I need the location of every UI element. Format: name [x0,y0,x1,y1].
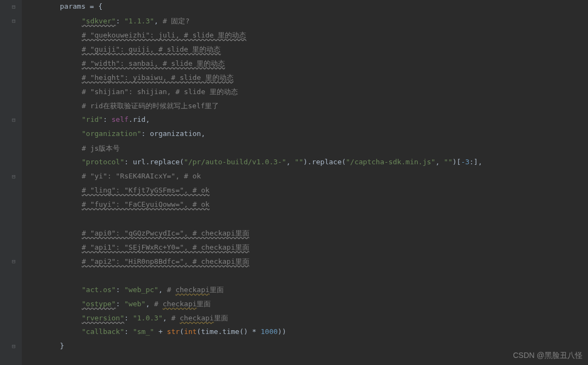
fold-icon[interactable]: ⊟ [12,258,16,265]
text: .rid, [128,115,150,123]
code-line: # js版本号 [22,144,588,158]
code-editor[interactable]: params = { "sdkver": "1.1.3", # 固定? # "q… [22,0,588,356]
text: 里面 [214,314,228,322]
text: "act.os" [82,286,116,294]
text: "callback" [82,327,124,336]
text: "/captcha-sdk.min.js" [346,158,435,166]
text: , [158,286,167,294]
text: , [286,158,295,166]
text: # "shijian": shijian, # slide 里的动态 [82,88,238,96]
text: checkapi [163,300,197,308]
text: # "guiji": guiji, # slide 里的动态 [82,45,221,53]
text: : [124,158,133,166]
code-line: # "guiji": guiji, # slide 里的动态 [22,45,588,59]
text: "organization" [82,129,142,138]
text: : [116,17,125,25]
text: "ostype" [82,300,116,308]
text: self [112,115,128,123]
code-line: # "height": yibaiwu, # slide 里的动态 [22,73,588,87]
code-line: # "width": sanbai, # slide 里的动态 [22,59,588,73]
text: "web_pc" [124,286,158,294]
text: params [60,2,90,10]
text: checkapi [180,314,214,322]
text: # 固定? [163,17,189,25]
code-line: # "ling": "Kfjt7yGSFms=", # ok [22,186,588,200]
fold-icon[interactable]: ⊟ [12,173,16,180]
code-line: "ostype": "web", # checkapi里面 [22,299,588,313]
text: )[ [452,158,461,166]
text: "1.1.3" [124,17,154,25]
code-line: "protocol": url.replace("/pr/auto-build/… [22,158,588,172]
text: 里面 [197,300,211,308]
code-line: "callback": "sm_" + str(int(time.time() … [22,327,588,342]
text: :], [469,158,482,166]
code-line: # "api1": "SEjFWxRc+Y0=", # checkapi里面 [22,243,588,257]
code-line [22,271,588,285]
text: : [116,286,125,294]
text: (time.time() * [197,327,260,336]
fold-icon[interactable]: ⊟ [12,116,16,123]
text: 1000 [261,327,278,336]
text: "rid" [82,115,103,123]
text: "/pr/auto-build/v1.0.3-" [184,158,286,166]
text: str [167,327,180,336]
code-line: # "api2": "HiR0np8Bdfс=", # checkapi里面 [22,257,588,271]
text: : [124,314,133,322]
text: url.replace( [133,158,184,166]
code-line: params = { [22,2,588,16]
text: , [145,300,154,308]
text: int [184,327,197,336]
text: 里面 [210,286,224,294]
text: # "width": sanbai, # slide 里的动态 [82,59,225,67]
text: + [154,327,167,336]
text: = { [90,2,102,10]
code-line: "sdkver": "1.1.3", # 固定? [22,16,588,30]
text: # "height": yibaiwu, # slide 里的动态 [82,73,234,82]
text: , [154,17,163,25]
code-line: "rid": self.rid, [22,115,588,129]
code-line: "organization": organization, [22,129,588,144]
text: # "api1": "SEjFWxRc+Y0=", # checkapi里面 [82,243,249,251]
code-line: } [22,342,588,356]
gutter: ⊟ ⊟ ⊟ ⊟ ⊟ ⊟ [0,0,22,365]
text: # rid在获取验证码的时候就写上self里了 [82,102,219,110]
fold-icon[interactable]: ⊟ [12,17,16,24]
code-line: # "api0": "qGQzPwcydIc=", # checkapi里面 [22,228,588,243]
code-line: # "quekouweizhi": juli, # slide 里的动态 [22,30,588,45]
text: "rversion" [82,314,124,322]
code-line: # rid在获取验证码的时候就写上self里了 [22,101,588,115]
fold-icon[interactable]: ⊟ [12,3,16,10]
text: # [167,286,176,294]
text: "sdkver" [82,17,116,25]
text: "protocol" [82,158,124,166]
text: "" [444,158,452,166]
text: : [103,115,112,123]
text: -3 [461,158,470,166]
text: "sm_" [133,327,154,336]
text: # [154,300,163,308]
text: : [116,300,125,308]
code-line: # "fuyi": "FaCEyuiQoww=", # ok [22,200,588,214]
text: # "api0": "qGQzPwcydIc=", # checkapi里面 [82,229,249,237]
text: ( [180,327,184,336]
text: "1.0.3" [133,314,163,322]
text: # "yi": "RsEK4RAIcxY=", # ok [82,172,201,180]
code-line [22,214,588,228]
text: "web" [124,300,145,308]
text: "" [295,158,303,166]
text: ).replace( [303,158,346,166]
code-line: "act.os": "web_pc", # checkapi里面 [22,285,588,299]
text: # [171,314,180,322]
code-line: "rversion": "1.0.3", # checkapi里面 [22,313,588,327]
text: # "quekouweizhi": juli, # slide 里的动态 [82,31,246,39]
text: , [163,314,171,322]
text: # "fuyi": "FaCEyuiQoww=", # ok [82,200,210,208]
fold-icon[interactable]: ⊟ [12,343,16,350]
text: )) [278,327,286,336]
text: # js版本号 [82,144,120,152]
text: , [201,129,205,138]
text: checkapi [175,286,210,294]
text: , [436,158,444,166]
text: : [142,129,150,138]
code-line: # "shijian": shijian, # slide 里的动态 [22,87,588,101]
